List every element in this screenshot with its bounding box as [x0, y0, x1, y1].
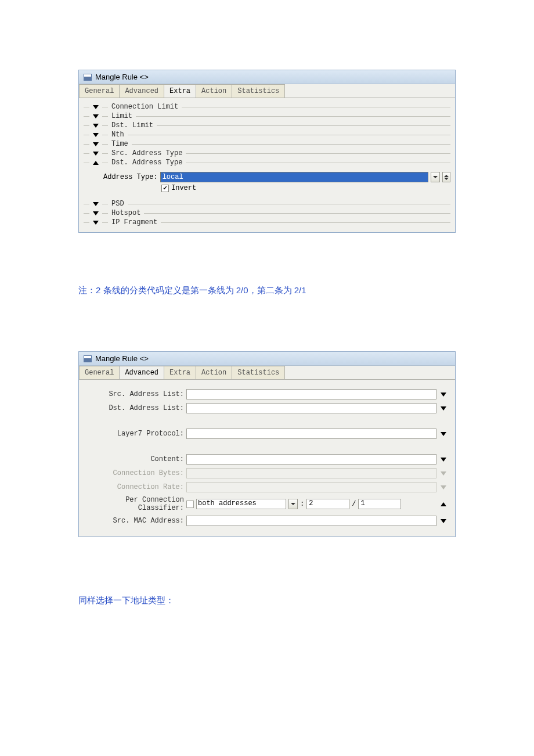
window-title: Mangle Rule <> — [95, 354, 149, 363]
pcc-divisor-input[interactable]: 2 — [306, 499, 349, 509]
row-pcc: Per Connection Classifier: both addresse… — [82, 496, 448, 512]
titlebar[interactable]: Mangle Rule <> — [79, 70, 455, 84]
src-addr-list-input[interactable] — [186, 389, 436, 399]
dst-addr-list-input[interactable] — [186, 403, 436, 413]
window-icon — [84, 355, 92, 362]
fold-dst-limit[interactable]: Dst. Limit — [84, 121, 450, 129]
window-content: General Advanced Extra Action Statistics… — [79, 365, 455, 537]
window-title: Mangle Rule <> — [95, 73, 149, 81]
chevron-down-icon — [93, 133, 99, 137]
chevron-down-icon — [93, 114, 99, 118]
fold-ip-fragment[interactable]: IP Fragment — [84, 218, 450, 226]
row-dst-addr-list: Dst. Address List: — [82, 403, 448, 413]
tab-action[interactable]: Action — [196, 84, 232, 98]
fold-src-addr-type[interactable]: Src. Address Type — [84, 149, 450, 157]
row-layer7: Layer7 Protocol: — [82, 429, 448, 439]
dropdown-button[interactable] — [431, 172, 440, 182]
expand-icon — [439, 485, 448, 489]
row-conn-rate: Connection Rate: — [82, 482, 448, 492]
fold-dst-addr-type[interactable]: Dst. Address Type — [84, 159, 450, 167]
tab-general[interactable]: General — [79, 366, 120, 379]
window-content: General Advanced Extra Action Statistics… — [79, 84, 455, 232]
extra-panel: Connection Limit Limit Dst. Limit Nth Ti… — [79, 98, 455, 232]
chevron-up-icon — [93, 161, 99, 165]
tab-general[interactable]: General — [79, 84, 120, 98]
tab-advanced[interactable]: Advanced — [119, 366, 164, 379]
note-1: 注：2 条线的分类代码定义是第一条线为 2/0，第二条为 2/1 — [78, 285, 456, 296]
chevron-down-icon — [93, 221, 99, 225]
fold-connection-limit[interactable]: Connection Limit — [84, 103, 450, 111]
tab-statistics[interactable]: Statistics — [232, 84, 285, 98]
tab-statistics[interactable]: Statistics — [232, 366, 285, 379]
fold-psd[interactable]: PSD — [84, 200, 450, 208]
tab-advanced[interactable]: Advanced — [119, 84, 164, 98]
tab-action[interactable]: Action — [196, 366, 232, 379]
fold-time[interactable]: Time — [84, 140, 450, 148]
mangle-rule-window-2: Mangle Rule <> General Advanced Extra Ac… — [78, 351, 456, 537]
fold-nth[interactable]: Nth — [84, 131, 450, 139]
fold-hotspot[interactable]: Hotspot — [84, 209, 450, 217]
expand-icon[interactable] — [439, 432, 448, 436]
src-mac-input[interactable] — [186, 516, 436, 526]
tab-bar: General Advanced Extra Action Statistics — [79, 366, 455, 379]
expand-icon[interactable] — [439, 519, 448, 523]
fold-limit[interactable]: Limit — [84, 112, 450, 120]
tab-extra[interactable]: Extra — [164, 84, 196, 98]
window-icon — [84, 74, 92, 81]
expand-icon[interactable] — [439, 406, 448, 411]
content-input[interactable] — [186, 454, 436, 465]
titlebar[interactable]: Mangle Rule <> — [79, 352, 455, 365]
address-type-select[interactable]: local — [160, 172, 428, 182]
dst-addr-type-body: Address Type: local ✔ Invert — [84, 168, 450, 199]
invert-checkbox[interactable]: ✔ — [161, 185, 169, 192]
pcc-invert-checkbox[interactable] — [186, 501, 194, 508]
expand-icon — [439, 471, 448, 476]
sort-updown-button[interactable] — [442, 172, 450, 182]
row-content: Content: — [82, 454, 448, 465]
chevron-down-icon — [93, 105, 99, 109]
conn-bytes-input — [186, 468, 436, 478]
invert-label: Invert — [171, 184, 196, 192]
conn-rate-input — [186, 482, 436, 492]
expand-icon[interactable] — [439, 393, 448, 397]
mangle-rule-window-1: Mangle Rule <> General Advanced Extra Ac… — [78, 70, 456, 233]
advanced-panel: Src. Address List: Dst. Address List: La… — [79, 379, 455, 537]
tab-extra[interactable]: Extra — [164, 366, 196, 379]
layer7-input[interactable] — [186, 429, 436, 439]
chevron-down-icon — [93, 202, 99, 206]
note-2: 同样选择一下地址类型： — [78, 595, 456, 606]
row-src-mac: Src. MAC Address: — [82, 516, 448, 526]
pcc-mode-select[interactable]: both addresses — [196, 499, 286, 509]
tab-bar: General Advanced Extra Action Statistics — [79, 84, 455, 98]
row-src-addr-list: Src. Address List: — [82, 389, 448, 399]
pcc-remainder-input[interactable]: 1 — [358, 499, 401, 509]
chevron-down-icon — [93, 211, 99, 215]
chevron-down-icon — [93, 124, 99, 128]
row-conn-bytes: Connection Bytes: — [82, 468, 448, 478]
chevron-down-icon — [93, 142, 99, 146]
expand-icon[interactable] — [439, 458, 448, 462]
dropdown-button[interactable] — [288, 499, 298, 509]
collapse-icon[interactable] — [439, 502, 448, 506]
chevron-down-icon — [93, 152, 99, 156]
address-type-label: Address Type: — [103, 173, 158, 181]
